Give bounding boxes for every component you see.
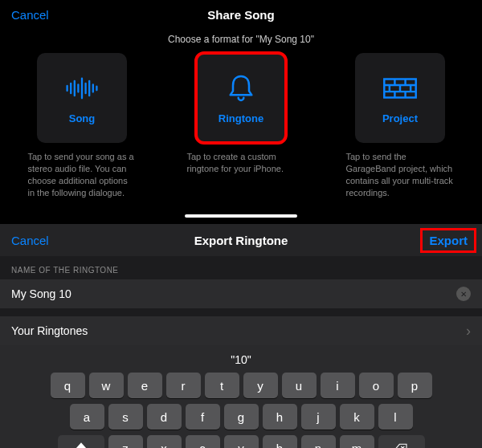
song-label: Song xyxy=(69,112,96,124)
ringtone-tile[interactable]: Ringtone xyxy=(196,53,286,143)
cancel-button[interactable]: Cancel xyxy=(11,8,49,22)
option-project[interactable]: Project Tap to send the GarageBand proje… xyxy=(340,53,460,198)
bricks-icon xyxy=(382,72,419,104)
keyboard[interactable]: "10" q w e r t y u i o p a s d f g h j k… xyxy=(0,345,482,448)
project-label: Project xyxy=(382,112,418,124)
key-w[interactable]: w xyxy=(89,373,124,398)
key-i[interactable]: i xyxy=(321,373,355,398)
key-q[interactable]: q xyxy=(51,373,85,398)
key-f[interactable]: f xyxy=(186,404,220,430)
backspace-icon xyxy=(394,442,410,448)
key-z[interactable]: z xyxy=(108,435,143,448)
key-p[interactable]: p xyxy=(398,373,432,398)
key-x[interactable]: x xyxy=(147,435,182,448)
key-u[interactable]: u xyxy=(282,373,317,398)
shift-key[interactable] xyxy=(58,435,104,448)
key-j[interactable]: j xyxy=(301,404,336,430)
key-t[interactable]: t xyxy=(205,373,239,398)
shift-icon xyxy=(74,441,88,448)
song-desc: Tap to send your song as a stereo audio … xyxy=(28,151,137,198)
project-desc: Tap to send the GarageBand project, whic… xyxy=(346,151,455,198)
backspace-key[interactable] xyxy=(378,435,425,448)
key-y[interactable]: y xyxy=(243,373,278,398)
share-title: Share Song xyxy=(207,8,274,22)
key-a[interactable]: a xyxy=(70,404,104,430)
key-r[interactable]: r xyxy=(166,373,201,398)
key-e[interactable]: e xyxy=(128,373,162,398)
format-options: Song Tap to send your song as a stereo a… xyxy=(0,45,482,213)
clear-icon[interactable]: ✕ xyxy=(456,287,471,301)
key-l[interactable]: l xyxy=(378,404,413,430)
keyboard-suggestion[interactable]: "10" xyxy=(3,348,479,373)
ringtone-name-input[interactable] xyxy=(11,287,379,300)
key-v[interactable]: v xyxy=(224,435,259,448)
project-tile[interactable]: Project xyxy=(355,53,445,143)
key-k[interactable]: k xyxy=(340,404,374,430)
your-ringtones-label: Your Ringtones xyxy=(11,324,88,337)
export-title: Export Ringtone xyxy=(194,234,288,247)
export-nav: Cancel Export Ringtone Export xyxy=(0,224,482,256)
share-nav: Cancel Share Song xyxy=(0,0,482,29)
song-tile[interactable]: Song xyxy=(37,53,127,143)
ringtone-desc: Tap to create a custom ringtone for your… xyxy=(187,151,296,175)
home-indicator[interactable] xyxy=(185,214,297,218)
key-d[interactable]: d xyxy=(147,404,182,430)
option-ringtone[interactable]: Ringtone Tap to create a custom ringtone… xyxy=(181,53,301,198)
ringtone-label: Ringtone xyxy=(219,112,263,124)
key-b[interactable]: b xyxy=(263,435,297,448)
option-song[interactable]: Song Tap to send your song as a stereo a… xyxy=(22,53,142,198)
key-row-1: q w e r t y u i o p xyxy=(3,373,479,398)
export-ringtone-sheet: Cancel Export Ringtone Export NAME OF TH… xyxy=(0,224,482,448)
your-ringtones-row[interactable]: Your Ringtones › xyxy=(0,316,482,345)
key-h[interactable]: h xyxy=(263,404,297,430)
key-m[interactable]: m xyxy=(340,435,374,448)
chevron-right-icon: › xyxy=(466,323,471,340)
cancel-button-2[interactable]: Cancel xyxy=(11,234,49,247)
key-row-2: a s d f g h j k l xyxy=(3,404,479,430)
export-button[interactable]: Export xyxy=(423,230,474,250)
key-g[interactable]: g xyxy=(224,404,259,430)
ringtone-name-row[interactable]: ✕ xyxy=(0,279,482,308)
key-row-3: z x c v b n m xyxy=(3,435,479,448)
share-song-sheet: Cancel Share Song Choose a format for "M… xyxy=(0,0,482,218)
bell-icon xyxy=(223,72,259,104)
key-s[interactable]: s xyxy=(108,404,143,430)
waveform-icon xyxy=(63,72,100,104)
share-subtitle: Choose a format for "My Song 10" xyxy=(0,34,482,45)
name-section-label: NAME OF THE RINGTONE xyxy=(0,256,482,279)
key-n[interactable]: n xyxy=(301,435,336,448)
key-c[interactable]: c xyxy=(186,435,220,448)
key-o[interactable]: o xyxy=(359,373,394,398)
